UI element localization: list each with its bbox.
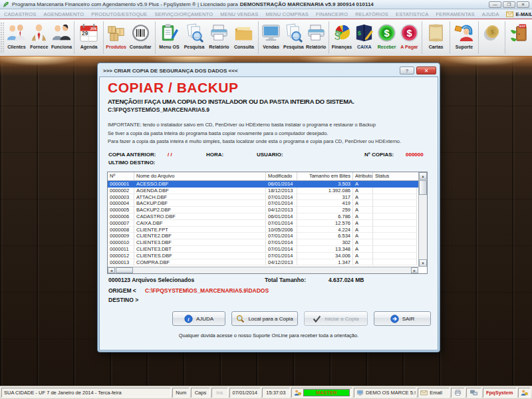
horizontal-scrollbar[interactable]: ◄ ► <box>108 267 418 273</box>
help-button[interactable]: i AJUDA <box>172 311 225 326</box>
info-icon: i <box>184 315 193 323</box>
copy-location-button[interactable]: Local para a Copia <box>231 311 298 326</box>
cell-num: 0000006 <box>108 213 134 220</box>
menu-item-menu-compras[interactable]: MENU COMPRAS <box>265 11 309 17</box>
menu-item-agendamento[interactable]: AGENDAMENTO <box>43 11 84 17</box>
table-row[interactable]: 0000013COMPRA.DBF04/12/20131.347A <box>108 259 427 266</box>
cell-name: CLIENTE2.DBF <box>134 233 266 239</box>
toolbar-button-vendas[interactable]: Vendas <box>260 19 283 56</box>
toolbar-button-fornece[interactable]: Fornece <box>28 19 51 56</box>
table-row[interactable]: 0000005BACKUP2.DBF04/12/2013259A <box>108 207 427 213</box>
toolbar-button-coin[interactable]: $ <box>480 19 503 56</box>
header-status[interactable]: Status <box>373 172 417 180</box>
menu-item-produtos-estoque[interactable]: PRODUTOS/ESTOQUE <box>91 11 147 17</box>
cell-attr: A <box>353 227 373 233</box>
minimize-button[interactable]: — <box>489 1 501 8</box>
toolbar-button-relatorio-vendas[interactable]: Relatório <box>305 19 327 56</box>
toolbar-button-financas[interactable]: $ Finanças <box>331 19 353 56</box>
cell-num: 0000003 <box>108 194 134 201</box>
menu-item-relat-rios[interactable]: RELATÓRIOS <box>355 11 388 17</box>
suppliers-icon <box>29 21 50 44</box>
table-row[interactable]: 0000007CAIXA.DBF07/01/201412.576A <box>108 220 427 227</box>
cell-size: 259 <box>297 207 353 213</box>
cell-modified: 07/01/2014 <box>266 246 297 253</box>
table-row[interactable]: 0000004BACKUP.DBF07/01/2014419A <box>108 200 427 207</box>
dialog-help-button[interactable]: ? <box>400 66 414 74</box>
toolbar-button-produtos[interactable]: Produtos <box>105 19 128 56</box>
cell-size: 4.224 <box>297 227 353 233</box>
status-user[interactable] <box>518 388 531 398</box>
dialog-close-button[interactable]: ✕ <box>416 66 436 74</box>
header-name[interactable]: Nome do Arquivo <box>134 172 266 180</box>
toolbar-button-consultar[interactable]: Consultar <box>128 19 154 56</box>
restore-button[interactable]: ❐ <box>503 1 515 8</box>
menu-item-cadastros[interactable]: CADASTROS <box>4 11 36 17</box>
copies-value: 000000 <box>406 152 424 158</box>
toolbar-button-pesquisa-os[interactable]: Pesquisa <box>182 19 206 56</box>
exit-button[interactable]: SAIR <box>374 311 431 326</box>
table-row[interactable]: 0000009CLIENTE2.DBF07/01/20146.534A <box>108 233 427 239</box>
header-num[interactable]: Nº <box>108 172 134 180</box>
header-attr[interactable]: Atributo <box>353 172 373 180</box>
dialog-body: COPIAR / BACKUP ATENÇÃO!!! FAÇA UMA COPI… <box>99 76 438 350</box>
cell-status <box>373 181 417 188</box>
status-network[interactable] <box>466 388 481 398</box>
vertical-scrollbar[interactable]: ▲ ▼ <box>418 172 427 267</box>
toolbar-button-suporte[interactable]: Suporte <box>452 19 477 56</box>
table-row[interactable]: 0000003ATTACH.DBF07/01/2014317A <box>108 194 427 201</box>
scrollbar-thumb[interactable] <box>116 267 133 273</box>
menu-item-ajuda[interactable]: AJUDA <box>482 11 499 17</box>
header-size[interactable]: Tamanho em Bites <box>297 172 353 180</box>
scroll-left-icon[interactable]: ◄ <box>108 267 115 273</box>
table-row[interactable]: 0000011CLIENTE3.DBT07/01/201413.348A <box>108 246 427 253</box>
cell-modified: 07/01/2014 <box>266 220 297 227</box>
toolbar-button-clientes[interactable]: Clientes <box>5 19 28 56</box>
toolbar-button-menu-os[interactable]: Menu OS <box>157 19 182 56</box>
previous-copy-label: COPIA ANTERIOR: <box>108 152 156 158</box>
menu-item-financeiro[interactable]: FINANCEIRO <box>316 11 348 17</box>
start-copy-button[interactable]: Iniciar a Copia <box>304 311 368 326</box>
toolbar-button-cartas[interactable]: Cartas <box>424 19 448 56</box>
toolbar-button-a-pagar[interactable]: $ A Pagar <box>398 19 421 56</box>
scroll-down-icon[interactable]: ▼ <box>419 259 427 267</box>
table-row[interactable]: 0000001ACESSO.DBF06/01/20143.503A <box>108 181 427 188</box>
cell-status <box>373 227 417 233</box>
clients-icon <box>6 21 27 44</box>
menu-item-email[interactable]: E-MAIL <box>506 11 532 17</box>
scrollbar-thumb[interactable] <box>419 180 427 195</box>
header-modified[interactable]: Modificado <box>266 172 297 180</box>
table-row[interactable]: 0000012CLIENTES.DBF07/01/201434.006A <box>108 253 427 259</box>
toolbar-button-agenda[interactable]: JAN29 Agenda <box>76 19 101 56</box>
window-title: Programa Marcenaria Financeiro com Agend… <box>12 1 238 7</box>
computer-icon <box>356 389 364 396</box>
table-row[interactable]: 0000010CLIENTE3.DBF07/01/2014302A <box>108 239 427 246</box>
dialog-titlebar[interactable]: >>> CRIAR COPIA DE SEGURANÇA DOS DADOS <… <box>99 65 438 76</box>
menu-item-menu-vendas[interactable]: MENU VENDAS <box>220 11 258 17</box>
attention-text: ATENÇÃO!!! FAÇA UMA COPIA DO INSTALADOR … <box>108 98 354 105</box>
work-order-icon <box>159 21 180 44</box>
menu-item-ferramentas[interactable]: FERRAMENTAS <box>436 11 474 17</box>
toolbar-button-exit[interactable]: EXIT <box>507 19 532 56</box>
toolbar-button-relatorio-os[interactable]: Relatório <box>207 19 231 56</box>
table-header: Nº Nome do Arquivo Modificado Tamanho em… <box>108 172 427 181</box>
scroll-up-icon[interactable]: ▲ <box>419 172 427 180</box>
dialog-heading: COPIAR / BACKUP <box>108 80 239 96</box>
usuario-label: USUARIO: <box>257 152 283 158</box>
toolbar-button-pesquisa-vendas[interactable]: Pesquisa <box>282 19 305 56</box>
cell-status <box>373 253 417 259</box>
table-row[interactable]: 0000006CADASTRO.DBF06/01/20146.786A <box>108 213 427 220</box>
close-button[interactable]: ✕ <box>517 1 529 8</box>
last-destination-label: ULTIMO DESTINO: <box>108 160 156 166</box>
toolbar-button-funciona[interactable]: Funciona <box>51 19 73 56</box>
toolbar-button-caixa[interactable]: $ CAIXA <box>353 19 376 56</box>
status-email[interactable]: Email <box>418 388 449 398</box>
toolbar-button-receber[interactable]: $ Receber <box>376 19 398 56</box>
toolbar-button-consulta[interactable]: Consulta <box>231 19 256 56</box>
menu-item-servi-o-or-amento[interactable]: SERVIÇO/ORÇAMENTO <box>155 11 213 17</box>
menu-item-estatistica[interactable]: ESTATISTICA <box>396 11 428 17</box>
status-printer[interactable] <box>451 388 465 398</box>
status-caps: Caps <box>191 388 210 398</box>
table-row[interactable]: 0000002AGENDA.DBF18/12/20131.392.086A <box>108 188 427 194</box>
scroll-right-icon[interactable]: ► <box>411 267 418 273</box>
table-row[interactable]: 0000008CLIENTE.FPT10/05/20064.224A <box>108 227 427 233</box>
